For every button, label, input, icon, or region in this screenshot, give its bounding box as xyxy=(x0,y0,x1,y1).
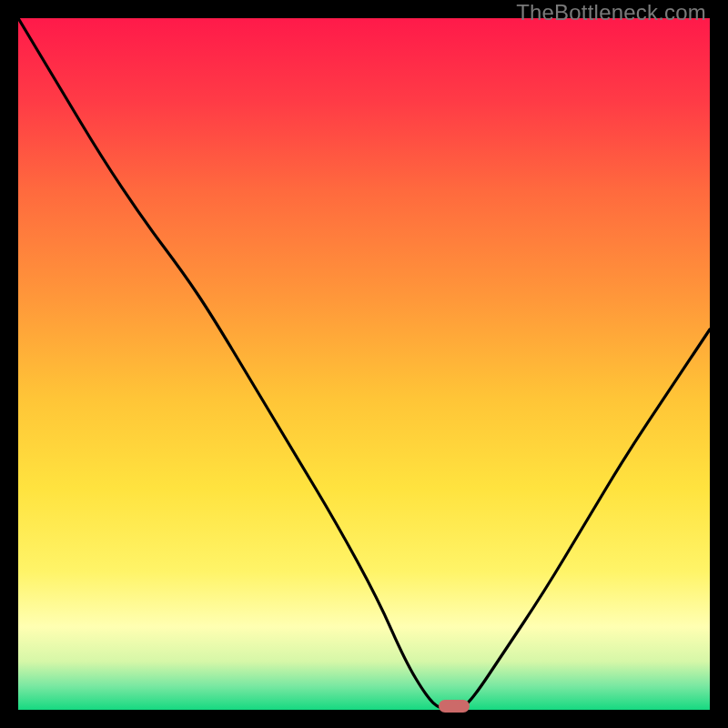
chart-frame: TheBottleneck.com xyxy=(0,0,728,728)
plot-area xyxy=(18,18,710,710)
bottleneck-curve xyxy=(18,18,710,710)
optimal-marker xyxy=(439,700,470,713)
attribution-text: TheBottleneck.com xyxy=(516,0,706,25)
